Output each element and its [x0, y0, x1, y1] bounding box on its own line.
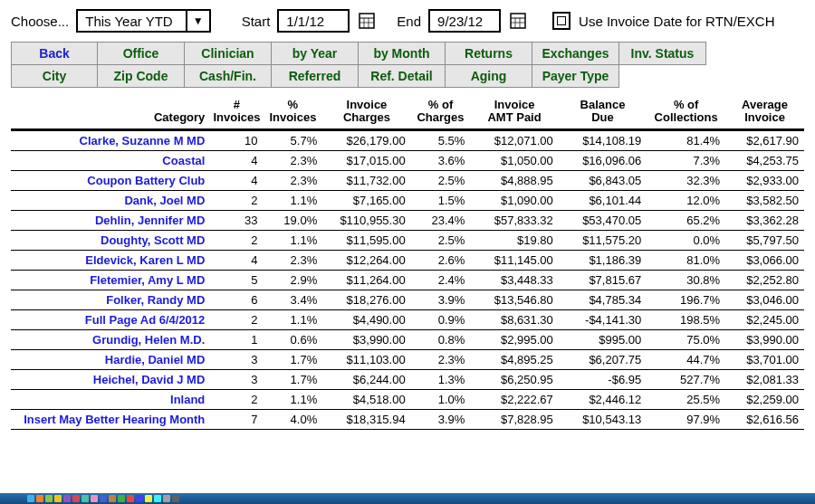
category-cell[interactable]: Grundig, Helen M.D. — [11, 329, 210, 349]
value-cell: $2,252.80 — [725, 270, 804, 290]
value-cell: $2,245.00 — [725, 309, 804, 329]
value-cell: 3 — [210, 349, 263, 369]
value-cell: 2 — [210, 190, 263, 210]
tab-back[interactable]: Back — [11, 42, 98, 65]
table-row: Coastal42.3%$17,015.003.6%$1,050.00$16,0… — [11, 150, 804, 170]
calendar-icon[interactable] — [508, 11, 528, 31]
table-row: Heichel, David J MD31.7%$6,244.001.3%$6,… — [11, 369, 804, 389]
value-cell: $2,259.00 — [725, 389, 804, 409]
value-cell: $1,186.39 — [559, 250, 647, 270]
value-cell: $17,015.00 — [322, 150, 410, 170]
value-cell: 30.8% — [647, 270, 725, 290]
value-cell: $6,250.95 — [470, 369, 558, 389]
value-cell: -$6.95 — [559, 369, 647, 389]
value-cell: $6,101.44 — [559, 190, 647, 210]
tab-cash-fin-[interactable]: Cash/Fin. — [185, 65, 272, 88]
category-cell[interactable]: Coupon Battery Club — [11, 170, 210, 190]
tab-office[interactable]: Office — [98, 42, 185, 65]
value-cell: 1 — [210, 329, 263, 349]
choose-label: Choose... — [11, 14, 69, 29]
table-row: Folker, Randy MD63.4%$18,276.003.9%$13,5… — [11, 290, 804, 309]
value-cell: $2,081.33 — [725, 369, 804, 389]
table-row: Dank, Joel MD21.1%$7,165.001.5%$1,090.00… — [11, 190, 804, 210]
value-cell: 4.0% — [264, 409, 323, 429]
value-cell: 0.0% — [647, 230, 725, 250]
value-cell: 2 — [210, 389, 263, 409]
category-cell[interactable]: Coastal — [11, 150, 210, 170]
category-cell[interactable]: Full Page Ad 6/4/2012 — [11, 309, 210, 329]
category-cell[interactable]: Clarke, Suzanne M MD — [11, 129, 210, 150]
value-cell: 97.9% — [647, 409, 725, 429]
tab-inv-status[interactable]: Inv. Status — [619, 42, 706, 65]
tab-clinician[interactable]: Clinician — [185, 42, 272, 65]
value-cell: 2.9% — [264, 270, 323, 290]
value-cell: $10,543.13 — [559, 409, 647, 429]
col-balance-due: BalanceDue — [559, 93, 647, 129]
value-cell: 0.6% — [264, 329, 323, 349]
category-cell[interactable]: Fletemier, Amy L MD — [11, 270, 210, 290]
dropdown-icon[interactable]: ▼ — [186, 11, 209, 31]
value-cell: $53,470.05 — [559, 210, 647, 230]
use-invoice-date-checkbox[interactable] — [551, 11, 571, 31]
value-cell: 2.3% — [411, 349, 471, 369]
use-invoice-date-label: Use Invoice Date for RTN/EXCH — [579, 14, 774, 29]
tab-returns[interactable]: Returns — [446, 42, 532, 65]
value-cell: $7,828.95 — [470, 409, 558, 429]
value-cell: 1.1% — [264, 190, 323, 210]
col-avg-invoice: AverageInvoice — [725, 93, 804, 129]
category-cell[interactable]: Dehlin, Jennifer MD — [11, 210, 210, 230]
value-cell: 7.3% — [647, 150, 725, 170]
value-cell: 0.9% — [411, 309, 471, 329]
value-cell: 75.0% — [647, 329, 725, 349]
value-cell: $12,264.00 — [322, 250, 410, 270]
value-cell: 10 — [210, 129, 263, 150]
category-cell[interactable]: Eldevick, Karen L MD — [11, 250, 210, 270]
value-cell: $4,888.95 — [470, 170, 558, 190]
tab-ref-detail[interactable]: Ref. Detail — [359, 65, 446, 88]
value-cell: $2,616.56 — [725, 409, 804, 429]
tab-exchanges[interactable]: Exchanges — [532, 42, 619, 65]
category-cell[interactable]: Doughty, Scott MD — [11, 230, 210, 250]
start-date-input[interactable]: 1/1/12 — [277, 9, 350, 33]
value-cell: 81.4% — [647, 129, 725, 150]
value-cell: $3,046.00 — [725, 290, 804, 309]
value-cell: 2.3% — [264, 170, 323, 190]
value-cell: $3,582.50 — [725, 190, 804, 210]
category-cell[interactable]: Hardie, Daniel MD — [11, 349, 210, 369]
value-cell: $2,617.90 — [725, 129, 804, 150]
tab-payer-type[interactable]: Payer Type — [532, 65, 619, 88]
value-cell: 65.2% — [647, 210, 725, 230]
svg-rect-0 — [360, 14, 374, 28]
value-cell: $18,315.94 — [322, 409, 410, 429]
category-cell[interactable]: Heichel, David J MD — [11, 369, 210, 389]
tab-by-year[interactable]: by Year — [272, 42, 359, 65]
value-cell: 2.3% — [264, 250, 323, 270]
category-cell[interactable]: Inland — [11, 389, 210, 409]
value-cell: 44.7% — [647, 349, 725, 369]
value-cell: 3.9% — [411, 290, 471, 309]
value-cell: 1.3% — [411, 369, 471, 389]
tab-zip-code[interactable]: Zip Code — [98, 65, 185, 88]
value-cell: 25.5% — [647, 389, 725, 409]
value-cell: $57,833.32 — [470, 210, 558, 230]
table-row: Doughty, Scott MD21.1%$11,595.002.5%$19.… — [11, 230, 804, 250]
tab-aging[interactable]: Aging — [446, 65, 532, 88]
calendar-icon[interactable] — [357, 11, 377, 31]
tab-city[interactable]: City — [11, 65, 98, 88]
tab-referred[interactable]: Referred — [272, 65, 359, 88]
date-range-select[interactable]: This Year YTD ▼ — [76, 9, 210, 33]
end-date-input[interactable]: 9/23/12 — [428, 9, 501, 33]
category-cell[interactable]: Insert May Better Hearing Month — [11, 409, 210, 429]
value-cell: $6,244.00 — [322, 369, 410, 389]
value-cell: $11,575.20 — [559, 230, 647, 250]
value-cell: $110,955.30 — [322, 210, 410, 230]
category-cell[interactable]: Dank, Joel MD — [11, 190, 210, 210]
value-cell: 2.3% — [264, 150, 323, 170]
value-cell: 3.9% — [411, 409, 471, 429]
value-cell: $8,631.30 — [470, 309, 558, 329]
value-cell: 81.0% — [647, 250, 725, 270]
value-cell: 23.4% — [411, 210, 471, 230]
tab-by-month[interactable]: by Month — [359, 42, 446, 65]
value-cell: 1.1% — [264, 309, 323, 329]
category-cell[interactable]: Folker, Randy MD — [11, 290, 210, 309]
